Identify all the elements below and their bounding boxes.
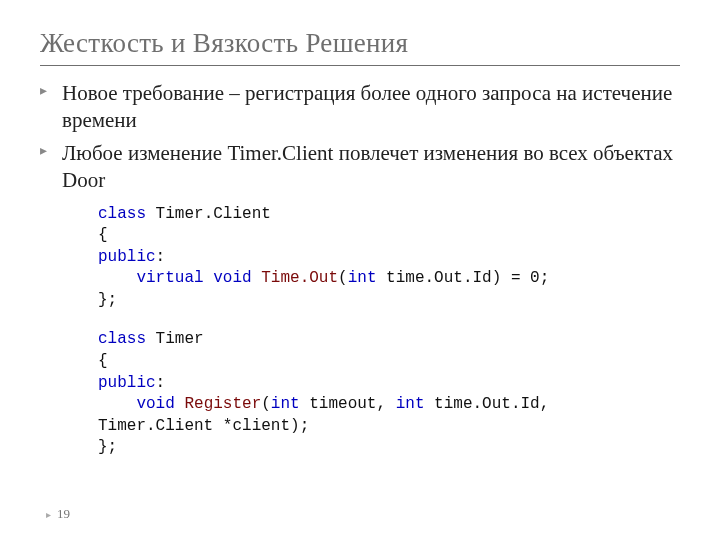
- page-number: 19: [46, 506, 70, 522]
- keyword: int: [348, 269, 377, 287]
- slide: Жесткость и Вязкость Решения Новое требо…: [0, 0, 720, 540]
- code-text: (: [338, 269, 348, 287]
- keyword: void: [213, 269, 251, 287]
- code-text: };: [98, 438, 117, 456]
- keyword: void: [136, 395, 174, 413]
- code-block-timer: class Timer { public: void Register(int …: [98, 329, 680, 459]
- code-text: :: [156, 374, 166, 392]
- code-text: {: [98, 352, 108, 370]
- code-text: time.Out.Id,: [424, 395, 549, 413]
- function-name: Time.Out: [261, 269, 338, 287]
- code-text: [98, 395, 136, 413]
- keyword: class: [98, 330, 146, 348]
- title-rule: [40, 65, 680, 66]
- code-text: Timer.Client: [146, 205, 271, 223]
- keyword: public: [98, 374, 156, 392]
- page-title: Жесткость и Вязкость Решения: [40, 28, 680, 59]
- keyword: class: [98, 205, 146, 223]
- code-text: Timer.Client *client);: [98, 417, 309, 435]
- code-text: timeout,: [300, 395, 396, 413]
- keyword: virtual: [136, 269, 203, 287]
- bullet-list: Новое требование – регистрация более одн…: [40, 80, 680, 194]
- bullet-item: Любое изменение Timer.Client повлечет из…: [40, 140, 680, 194]
- code-text: [175, 395, 185, 413]
- code-text: {: [98, 226, 108, 244]
- code-text: time.Out.Id) = 0;: [376, 269, 549, 287]
- keyword: public: [98, 248, 156, 266]
- code-text: [204, 269, 214, 287]
- bullet-item: Новое требование – регистрация более одн…: [40, 80, 680, 134]
- code-text: [98, 269, 136, 287]
- code-text: [252, 269, 262, 287]
- code-block-timer-client: class Timer.Client { public: virtual voi…: [98, 204, 680, 312]
- function-name: Register: [184, 395, 261, 413]
- code-text: };: [98, 291, 117, 309]
- code-text: :: [156, 248, 166, 266]
- keyword: int: [271, 395, 300, 413]
- keyword: int: [396, 395, 425, 413]
- code-text: Timer: [146, 330, 204, 348]
- code-text: (: [261, 395, 271, 413]
